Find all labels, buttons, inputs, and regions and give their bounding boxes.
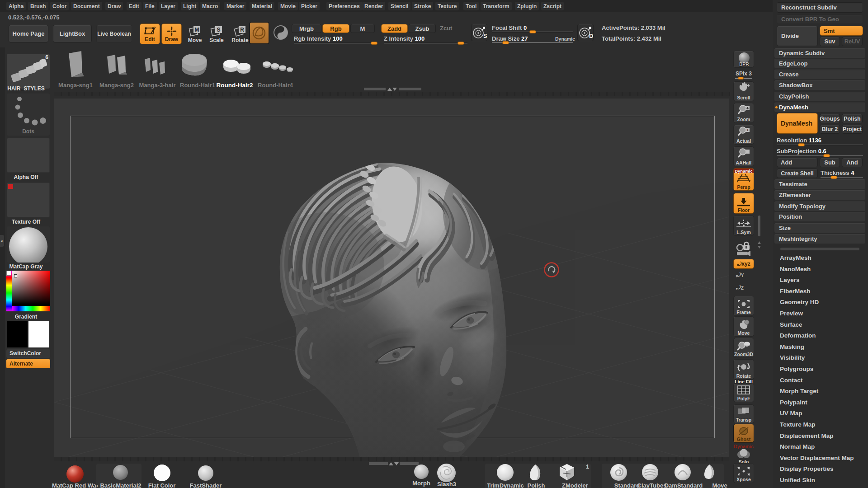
- svg-text:S: S: [483, 33, 487, 39]
- svg-text:1: 1: [746, 128, 749, 132]
- svg-text:S: S: [217, 27, 220, 33]
- svg-text:M: M: [195, 27, 199, 33]
- svg-text:R: R: [240, 27, 244, 33]
- svg-text:D: D: [589, 33, 593, 39]
